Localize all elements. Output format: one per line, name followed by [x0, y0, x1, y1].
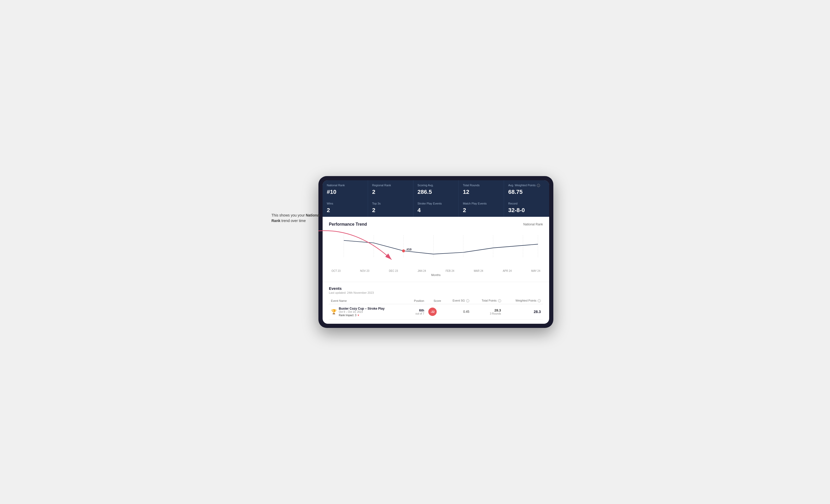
event-sg-info-icon: i	[466, 299, 469, 302]
event-name: Buster Cozy Cup – Stroke Play	[339, 307, 384, 310]
stat-top3s: Top 3s 2	[368, 199, 413, 217]
event-score-cell: -22	[426, 304, 443, 320]
events-section: Events Last updated: 24th November 2023 …	[323, 282, 549, 324]
stats-row-2: Wins 2 Top 3s 2 Stroke Play Events 4 Mat…	[323, 199, 549, 217]
chart-x-labels: OCT 23 NOV 23 DEC 23 JAN 24 FEB 24 MAR 2…	[329, 269, 543, 272]
chart-x-title: Months	[329, 273, 543, 276]
total-rounds: 3 Rounds	[474, 312, 501, 315]
events-last-updated: Last updated: 24th November 2023	[329, 291, 543, 294]
event-trophy-icon: 🏆	[331, 309, 337, 314]
col-event-name: Event Name	[329, 297, 407, 304]
chart-area: #10	[329, 231, 543, 267]
event-position: 6th	[409, 308, 424, 312]
performance-chart: #10	[329, 231, 543, 267]
table-header-row: Event Name Position Score Event SG i Tot…	[329, 297, 543, 304]
event-weighted-points-cell: 28.3	[503, 304, 543, 320]
event-name-cell: 🏆 Buster Cozy Cup – Stroke Play Oct 9 – …	[329, 304, 407, 320]
perf-label: National Rank	[523, 223, 543, 226]
col-position: Position	[407, 297, 426, 304]
event-position-sub: out of 7	[409, 312, 424, 315]
tablet-screen: National Rank #10 Regional Rank 2 Scorin…	[323, 180, 549, 324]
event-name-info: Buster Cozy Cup – Stroke Play Oct 9 – Oc…	[339, 307, 384, 317]
stat-wins: Wins 2	[323, 199, 368, 217]
events-table: Event Name Position Score Event SG i Tot…	[329, 297, 543, 320]
annotation-text: This shows you your National Rank trend …	[272, 212, 324, 224]
stat-scoring-avg: Scoring Avg. 286.5	[413, 180, 458, 199]
weighted-points-info-icon: i	[538, 299, 541, 302]
rank-impact-arrow: ▼	[357, 314, 360, 317]
event-sg-cell: 0.45	[443, 304, 471, 320]
score-badge: -22	[428, 308, 437, 316]
stat-record: Record 32-8-0	[504, 199, 549, 217]
event-date: Oct 9 – Oct 10, 2023	[339, 310, 384, 313]
info-icon: i	[537, 184, 540, 187]
stat-national-rank: National Rank #10	[323, 180, 368, 199]
perf-header: Performance Trend National Rank	[329, 222, 543, 227]
event-total-points-cell: 28.3 3 Rounds	[471, 304, 503, 320]
stat-match-play-events: Match Play Events 2	[458, 199, 504, 217]
perf-title: Performance Trend	[329, 222, 367, 227]
table-row: 🏆 Buster Cozy Cup – Stroke Play Oct 9 – …	[329, 304, 543, 320]
total-points-info-icon: i	[498, 299, 501, 302]
data-point	[402, 249, 405, 252]
stat-total-rounds: Total Rounds 12	[458, 180, 504, 199]
stat-avg-weighted-points: Avg. Weighted Points i 68.75	[504, 180, 549, 199]
tablet-frame: National Rank #10 Regional Rank 2 Scorin…	[318, 176, 553, 328]
total-points-value: 28.3	[474, 308, 501, 312]
event-position-cell: 6th out of 7	[407, 304, 426, 320]
col-total-points: Total Points i	[471, 297, 503, 304]
col-weighted-points: Weighted Points i	[503, 297, 543, 304]
performance-section: Performance Trend National Rank	[323, 217, 549, 282]
stats-row-1: National Rank #10 Regional Rank 2 Scorin…	[323, 180, 549, 199]
svg-text:#10: #10	[406, 248, 411, 251]
stat-stroke-play-events: Stroke Play Events 4	[413, 199, 458, 217]
col-event-sg: Event SG i	[443, 297, 471, 304]
weighted-points-value: 28.3	[505, 310, 541, 314]
stat-regional-rank: Regional Rank 2	[368, 180, 413, 199]
rank-impact: Rank Impact: 3 ▼	[339, 314, 384, 317]
events-title: Events	[329, 286, 543, 291]
col-score: Score	[426, 297, 443, 304]
